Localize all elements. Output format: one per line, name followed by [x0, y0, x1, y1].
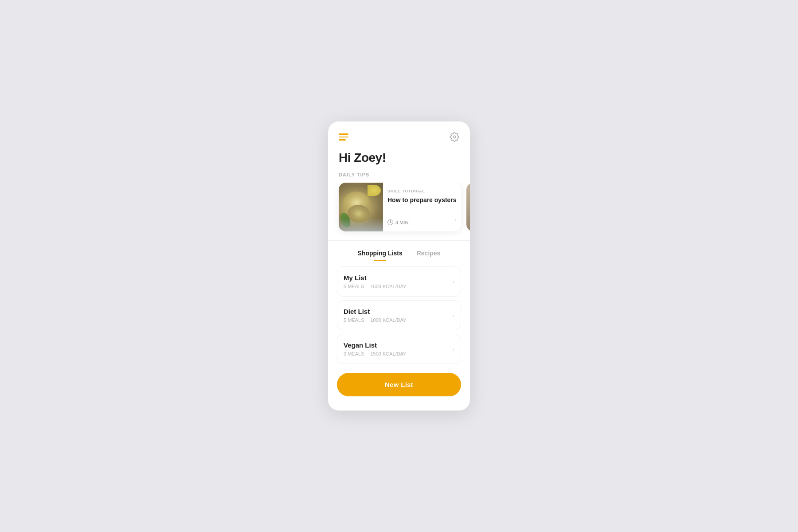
partial-card-image — [466, 183, 470, 231]
list-meals-count: 5 MEALS — [344, 317, 364, 323]
tab-shopping-lists[interactable]: Shopping Lists — [358, 250, 403, 261]
new-list-button[interactable]: New List — [337, 373, 461, 396]
lemon-decoration — [368, 185, 381, 196]
list-item-info: Diet List 5 MEALS 1000 KCAL/DAY — [344, 308, 407, 323]
daily-tips-label: DAILY TIPS — [328, 172, 470, 183]
tip-card[interactable]: SKILL TUTORIAL How to prepare oysters 4 … — [339, 183, 461, 231]
list-item-my-list[interactable]: My List 5 MEALS 1500 KCAL/DAY › — [337, 266, 461, 297]
tip-card-partial — [466, 183, 470, 231]
list-item-name: Diet List — [344, 308, 407, 315]
tip-card-content: SKILL TUTORIAL How to prepare oysters 4 … — [383, 183, 461, 231]
tips-carousel: SKILL TUTORIAL How to prepare oysters 4 … — [328, 183, 470, 240]
list-item-meta: 5 MEALS 1500 KCAL/DAY — [344, 284, 407, 289]
list-meals-count: 5 MEALS — [344, 284, 364, 289]
list-kcal: 1000 KCAL/DAY — [370, 317, 406, 323]
list-item-info: My List 5 MEALS 1500 KCAL/DAY — [344, 274, 407, 289]
tip-duration: 4 MIN — [387, 219, 408, 225]
ice-decoration — [339, 218, 383, 231]
settings-icon[interactable] — [450, 132, 459, 142]
tabs-container: Shopping Lists Recipes — [328, 241, 470, 261]
list-item-info: Vegan List 3 MEALS 1500 KCAL/DAY — [344, 341, 407, 356]
app-header — [328, 121, 470, 147]
clock-icon — [387, 219, 393, 225]
tip-card-body: SKILL TUTORIAL How to prepare oysters — [387, 189, 457, 212]
oyster-image — [339, 183, 383, 231]
tip-title: How to prepare oysters — [387, 196, 457, 204]
svg-point-0 — [453, 136, 456, 138]
list-item-arrow: › — [453, 278, 454, 285]
menu-icon[interactable] — [339, 133, 348, 141]
tab-recipes[interactable]: Recipes — [417, 250, 441, 261]
tip-card-image — [339, 183, 383, 231]
greeting-text: Hi Zoey! — [339, 151, 459, 165]
tip-arrow: › — [454, 216, 457, 223]
list-meals-count: 3 MEALS — [344, 351, 364, 356]
shopping-lists-container: My List 5 MEALS 1500 KCAL/DAY › Diet Lis… — [328, 261, 470, 364]
list-item-diet-list[interactable]: Diet List 5 MEALS 1000 KCAL/DAY › — [337, 300, 461, 330]
phone-app: Hi Zoey! DAILY TIPS SKILL TUTORIAL How t… — [328, 121, 470, 411]
tips-scroll: SKILL TUTORIAL How to prepare oysters 4 … — [328, 183, 470, 231]
list-item-name: Vegan List — [344, 341, 407, 349]
greeting-section: Hi Zoey! — [328, 147, 470, 172]
list-item-arrow: › — [453, 312, 454, 319]
list-item-vegan-list[interactable]: Vegan List 3 MEALS 1500 KCAL/DAY › — [337, 334, 461, 364]
list-kcal: 1500 KCAL/DAY — [370, 284, 406, 289]
list-kcal: 1500 KCAL/DAY — [370, 351, 406, 356]
tip-category: SKILL TUTORIAL — [387, 189, 457, 193]
list-item-name: My List — [344, 274, 407, 282]
list-item-meta: 3 MEALS 1500 KCAL/DAY — [344, 351, 407, 356]
list-item-arrow: › — [453, 346, 454, 352]
list-item-meta: 5 MEALS 1000 KCAL/DAY — [344, 317, 407, 323]
